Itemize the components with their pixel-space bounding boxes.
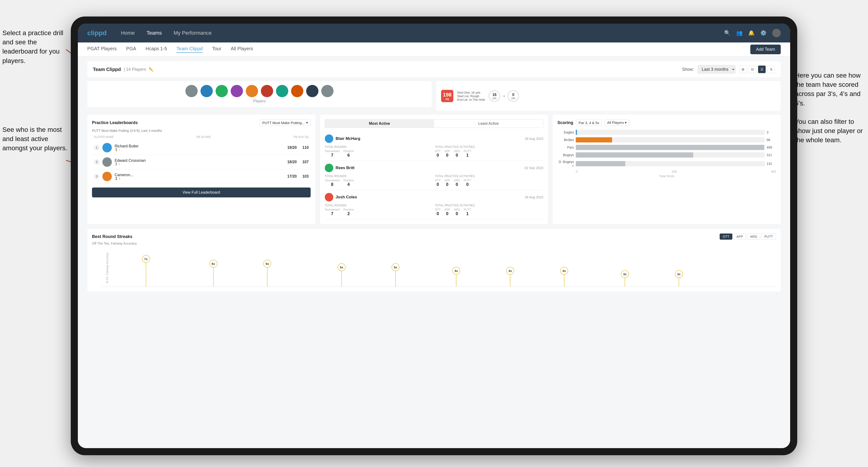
bar-track-dbogeys	[576, 161, 765, 166]
bar-label-pars: Pars	[557, 146, 574, 149]
scoring-players-filter[interactable]: All Players ▾	[604, 119, 629, 126]
drill-subtitle: PUTT Must Make Putting (3-6 ft), Last 3 …	[92, 129, 311, 132]
streaks-filter-buttons: OTT APP ARG PUTT	[720, 234, 776, 240]
pc-stats-3: Total Rounds Tournament 7 Practice 2	[325, 204, 544, 216]
shot-badge-value: 198	[443, 92, 452, 98]
pc-name-3: Josh Coles	[336, 195, 522, 199]
view-grid2-button[interactable]: ⊞	[739, 66, 747, 73]
pc-total-rounds-label-3: Total Rounds	[325, 204, 433, 207]
pc-date-3: 26 Aug 2023	[525, 195, 544, 199]
pc-app-1: APP 0	[444, 150, 450, 158]
sub-nav: PGAT Players PGA Hcaps 1-5 Team Clippd T…	[78, 42, 790, 57]
team-info: Team Clippd | 14 Players ✏️	[93, 67, 154, 72]
player-avatar-8[interactable]	[291, 85, 303, 97]
player-avatar-2[interactable]	[200, 85, 213, 97]
pc-avatar-3	[325, 193, 333, 201]
lb-score-1: 19/20	[287, 146, 297, 150]
search-icon[interactable]: 🔍	[724, 30, 731, 36]
shot-details: Shot Dist: 16 yds Start Lie: Rough End L…	[457, 91, 485, 101]
pc-rounds-values-1: Tournament 7 Practice 6	[325, 150, 433, 158]
add-team-button[interactable]: Add Team	[750, 44, 781, 54]
people-icon[interactable]: 👥	[736, 30, 743, 36]
axis-0: 0	[576, 170, 578, 173]
lb-name-1: Richard Butler	[115, 144, 284, 148]
streak-badge-3x-2: 3x	[675, 270, 683, 278]
nav-item-teams[interactable]: Teams	[147, 30, 162, 36]
bar-value-bogeys: 311	[767, 153, 776, 157]
tab-all-players[interactable]: All Players	[231, 46, 253, 53]
streak-node-3x-2: 3x	[675, 270, 683, 286]
streak-node-7x: 7x	[142, 255, 150, 286]
shot-start-lie: Start Lie: Rough	[457, 94, 485, 98]
streak-line-4x-2	[510, 275, 510, 286]
player-avatar-1[interactable]	[185, 85, 198, 97]
show-period-select[interactable]: Last 3 months	[698, 65, 736, 73]
pc-ott-3: OTT 0	[435, 208, 441, 216]
total-shots-label: Total Shots	[557, 174, 776, 178]
pc-tournament-2: Tournament 8	[325, 179, 340, 187]
pc-total-rounds-label-1: Total Rounds	[325, 145, 433, 149]
edit-icon[interactable]: ✏️	[149, 67, 154, 72]
streak-filter-putt[interactable]: PUTT	[761, 234, 776, 240]
tab-pgat-players[interactable]: PGAT Players	[87, 46, 117, 53]
scoring-panel: Scoring Par 3, 4 & 5s All Players ▾ Eagl…	[553, 115, 781, 224]
user-avatar[interactable]	[772, 29, 781, 37]
bar-fill-eagles	[576, 130, 577, 135]
tab-most-active[interactable]: Most Active	[325, 120, 434, 128]
bar-row-birdies: Birdies 96	[557, 137, 776, 143]
bar-track-birdies	[576, 137, 765, 143]
pc-practice-activities-2: Total Practice Activities OTT 0 APP 0	[435, 175, 543, 187]
player-avatar-3[interactable]	[216, 85, 228, 97]
tab-least-active[interactable]: Least Active	[434, 120, 543, 128]
pc-arg-1: ARG 0	[454, 150, 460, 158]
streak-filter-ott[interactable]: OTT	[720, 234, 733, 240]
bar-track-bogeys	[576, 152, 765, 158]
tab-hcaps[interactable]: Hcaps 1-5	[146, 46, 167, 53]
tab-tour[interactable]: Tour	[212, 46, 221, 53]
player-avatar-4[interactable]	[231, 85, 243, 97]
streak-filter-app[interactable]: APP	[733, 234, 746, 240]
shot-info-panel: 198 SQ Shot Dist: 16 yds Start Lie: Roug…	[436, 81, 781, 111]
view-list-button[interactable]: ☰	[758, 66, 766, 73]
player-avatar-7[interactable]	[276, 85, 288, 97]
player-avatar-5[interactable]	[246, 85, 258, 97]
view-icons: ⊞ ⊟ ☰ ⇅	[739, 66, 775, 73]
streak-badge-6x-2: 6x	[263, 260, 271, 268]
streak-badge-5x-2: 5x	[392, 263, 400, 271]
activity-tabs: Most Active Least Active	[325, 119, 544, 128]
streak-badge-6x-1: 6x	[210, 260, 217, 268]
player-avatar-10[interactable]	[321, 85, 334, 97]
leaderboard-header: Practice Leaderboards PUTT Must Make Put…	[92, 119, 311, 126]
scoring-par-filter[interactable]: Par 3, 4 & 5s	[576, 120, 602, 126]
drill-dropdown[interactable]: PUTT Must Make Putting... ▾	[260, 119, 311, 126]
bell-icon[interactable]: 🔔	[748, 30, 754, 36]
pc-arg-3: ARG 0	[454, 208, 460, 216]
pc-practice-activities-label-3: Total Practice Activities	[435, 204, 543, 207]
tab-pga[interactable]: PGA	[126, 46, 136, 53]
nav-item-performance[interactable]: My Performance	[174, 30, 212, 36]
activity-panel: Most Active Least Active Blair McHarg 26…	[320, 115, 548, 224]
player-avatar-6[interactable]	[261, 85, 273, 97]
bar-label-dbogeys: D. Bogeys +	[557, 160, 574, 167]
streak-chart: 7x 6x 6x	[101, 249, 776, 287]
tab-team-clippd[interactable]: Team Clippd	[177, 46, 203, 53]
view-grid3-button[interactable]: ⊟	[749, 66, 756, 73]
settings-icon[interactable]: ⚙️	[760, 30, 767, 36]
streak-chart-container: % FA, Fairway Accuracy 7x 6x	[92, 249, 776, 287]
col-score-label: PB SCORE	[196, 135, 211, 139]
lb-avatar-1	[102, 143, 112, 152]
streak-badge-5x-1: 5x	[338, 263, 346, 271]
bar-value-dbogeys: 131	[767, 162, 776, 165]
streak-badge-4x-2: 4x	[506, 267, 514, 275]
player-avatar-9[interactable]	[306, 85, 318, 97]
view-full-leaderboard-button[interactable]: View Full Leaderboard	[92, 187, 311, 197]
streak-node-4x-1: 4x	[452, 267, 460, 286]
pc-total-rounds-2: Total Rounds Tournament 8 Practice 4	[325, 175, 433, 187]
nav-item-home[interactable]: Home	[121, 30, 135, 36]
ipad-frame: clippd Home Teams My Performance 🔍 👥 🔔 ⚙…	[71, 17, 797, 455]
view-sort-button[interactable]: ⇅	[768, 66, 775, 73]
streak-filter-arg[interactable]: ARG	[747, 234, 760, 240]
main-content: Team Clippd | 14 Players ✏️ Show: Last 3…	[78, 57, 790, 448]
pc-putt-2: PUTT 0	[464, 179, 471, 187]
bar-fill-birdies	[576, 137, 612, 143]
